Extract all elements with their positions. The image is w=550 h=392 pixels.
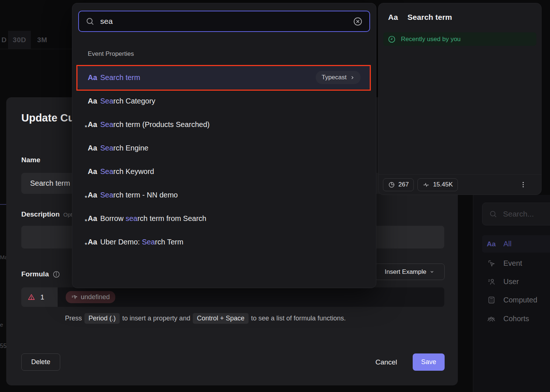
text-type-icon: Aa: [486, 240, 496, 248]
formula-error-gutter: 1: [21, 287, 58, 307]
time-range-3m[interactable]: 3M: [31, 31, 54, 49]
sidebar-item-label: Computed: [503, 296, 537, 304]
pie-chart-icon: [388, 181, 395, 188]
warning-icon: [28, 293, 35, 301]
text-type-icon: Aa: [88, 144, 100, 152]
text-type-icon: Aa: [88, 167, 100, 176]
property-search-input[interactable]: [100, 17, 347, 26]
result-label: Borrow search term from Search: [100, 214, 206, 223]
hint-text: to insert a property and: [122, 315, 190, 322]
insert-example-button[interactable]: Insert Example: [374, 264, 445, 280]
sidebar-item-event[interactable]: Event: [482, 255, 550, 272]
save-button[interactable]: Save: [413, 353, 445, 371]
event-property-icon: [71, 294, 77, 300]
cardinality-chip[interactable]: 267: [383, 178, 414, 191]
more-options-icon[interactable]: [520, 181, 527, 188]
event-cursor-icon: [486, 259, 496, 268]
chart-line-fragment: [0, 204, 6, 205]
chevron-right-icon: [350, 75, 355, 80]
hint-text: Press: [65, 315, 82, 322]
chevron-down-icon: [430, 269, 434, 274]
results-list: Aa Search term Typecast Aa Search Catego…: [77, 66, 371, 254]
kbd-control-space: Control + Space: [193, 313, 249, 324]
undefined-property-chip[interactable]: undefined: [66, 291, 115, 303]
sidebar-item-user[interactable]: User: [482, 273, 550, 290]
sidebar-item-label: User: [503, 277, 519, 286]
cancel-button[interactable]: Cancel: [368, 354, 405, 370]
text-type-icon-custom: Aa*: [88, 191, 100, 199]
recently-used-label: Recently used by you: [401, 36, 461, 43]
divider: [0, 49, 72, 49]
sidebar-search[interactable]: [482, 203, 550, 225]
kbd-period: Period (.): [84, 313, 120, 324]
sidebar-item-label: Event: [503, 259, 522, 268]
result-row-search-engine[interactable]: Aa Search Engine: [77, 136, 371, 160]
result-label: Uber Demo: Search Term: [100, 238, 183, 246]
user-icon: [486, 277, 496, 286]
custom-property-marker: *: [84, 124, 87, 131]
clock-icon: [388, 35, 396, 43]
calculator-icon: [486, 296, 496, 304]
cardinality-value: 267: [398, 181, 409, 188]
property-filter-sidebar: Aa All Event User Computed Cohorts: [473, 195, 550, 392]
formula-editor[interactable]: 1 undefined: [21, 287, 444, 307]
sidebar-item-label: Cohorts: [503, 315, 529, 323]
time-range-bar: D 30D 3M: [0, 31, 54, 49]
time-range-30d[interactable]: 30D: [8, 31, 31, 49]
clear-search-icon[interactable]: [353, 17, 363, 26]
insert-example-label: Insert Example: [385, 268, 426, 276]
info-icon[interactable]: [53, 271, 60, 278]
result-label: Search term (Products Searched): [100, 120, 210, 129]
result-row-search-category[interactable]: Aa Search Category: [77, 89, 371, 113]
cohorts-icon: [486, 315, 496, 323]
result-row-search-keyword[interactable]: Aa Search Keyword: [77, 160, 371, 183]
name-label: Name: [21, 156, 40, 164]
search-icon: [86, 17, 94, 26]
volume-value: 15.45K: [433, 181, 453, 188]
result-row-search-term[interactable]: Aa Search term Typecast: [77, 66, 371, 89]
formula-label-row: Formula: [21, 270, 60, 278]
result-row-search-term-products[interactable]: Aa* Search term (Products Searched): [77, 113, 371, 136]
recently-used-badge: Recently used by you: [383, 32, 536, 46]
custom-property-marker: *: [84, 195, 87, 202]
axis-label-e: e: [0, 322, 3, 328]
formula-label: Formula: [21, 270, 49, 278]
error-line-number: 1: [40, 293, 44, 301]
hint-text: to see a list of formula functions.: [251, 315, 346, 322]
volume-chip[interactable]: 15.45K: [417, 178, 458, 191]
text-type-icon: Aa: [88, 97, 100, 105]
sidebar-item-all[interactable]: Aa All: [482, 235, 550, 253]
pulse-icon: [423, 181, 430, 188]
text-type-icon: Aa: [88, 73, 100, 82]
delete-button[interactable]: Delete: [21, 353, 60, 371]
property-search-dropdown: Event Properties Aa Search term Typecast…: [72, 3, 376, 288]
app-screen: D 30D 3M May e 55 Aa All Event User: [0, 0, 550, 392]
text-type-icon-custom: Aa*: [88, 238, 100, 246]
sidebar-item-computed[interactable]: Computed: [482, 291, 550, 309]
result-label: Search term: [100, 73, 140, 82]
search-icon: [489, 210, 497, 218]
sidebar-item-label: All: [503, 240, 511, 248]
sidebar-search-input[interactable]: [503, 210, 549, 218]
text-type-icon-custom: Aa*: [88, 214, 100, 223]
undefined-chip-label: undefined: [81, 293, 110, 301]
time-range-7d[interactable]: D: [0, 31, 8, 49]
property-search-field[interactable]: [78, 11, 370, 32]
result-row-borrow-search-term[interactable]: Aa* Borrow search term from Search: [77, 207, 371, 230]
property-detail-panel: Aa Search term Recently used by you 267 …: [378, 3, 542, 195]
text-type-icon: Aa: [388, 13, 398, 22]
custom-property-marker: *: [84, 218, 87, 225]
result-label: Search Category: [100, 97, 155, 105]
description-label-text: Description: [21, 210, 60, 218]
detail-footer: 267 15.45K: [379, 174, 541, 195]
result-row-search-term-nn-demo[interactable]: Aa* Search term - NN demo: [77, 183, 371, 207]
result-label: Search term - NN demo: [100, 191, 178, 199]
formula-editor-content[interactable]: undefined: [58, 287, 444, 307]
modal-title: Update Cu: [21, 112, 75, 124]
sidebar-item-cohorts[interactable]: Cohorts: [482, 310, 550, 327]
detail-title: Search term: [408, 13, 452, 22]
section-header: Event Properties: [88, 50, 134, 58]
typecast-badge[interactable]: Typecast: [316, 71, 361, 84]
text-type-icon-custom: Aa*: [88, 120, 100, 129]
result-row-uber-demo-search-term[interactable]: Aa* Uber Demo: Search Term: [77, 230, 371, 254]
